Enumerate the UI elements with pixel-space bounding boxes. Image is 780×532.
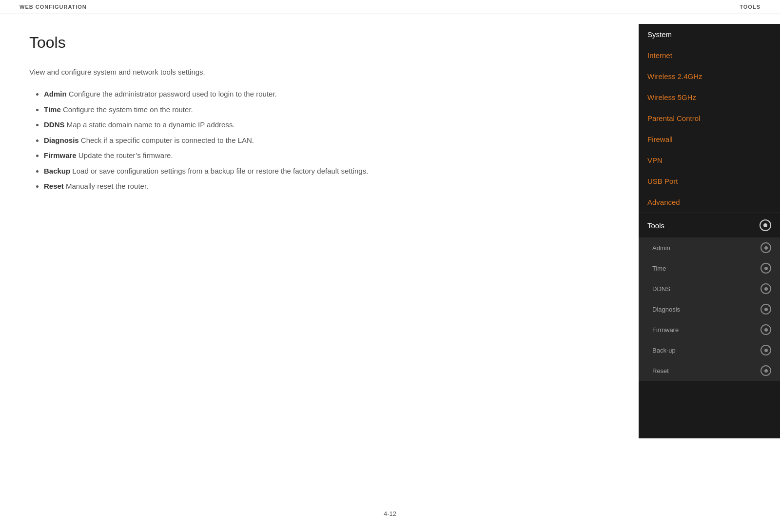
list-item-term: Reset [44, 182, 64, 190]
sidebar-subitem-reset[interactable]: Reset [639, 360, 780, 381]
sidebar-subitem-label: Time [652, 265, 666, 272]
sidebar-subitem-ddns[interactable]: DDNS [639, 278, 780, 299]
page-title: Tools [29, 34, 609, 52]
sidebar: SystemInternetWireless 2.4GHzWireless 5G… [639, 24, 780, 438]
sidebar-subitem-diagnosis[interactable]: Diagnosis [639, 299, 780, 319]
sidebar-item-label: System [647, 30, 672, 39]
list-item: Reset Manually reset the router. [44, 180, 609, 193]
sidebar-subitem-admin[interactable]: Admin [639, 237, 780, 258]
firmware-icon [760, 324, 771, 335]
sidebar-subitem-label: DDNS [652, 285, 670, 293]
reset-icon [760, 365, 771, 376]
sidebar-item-vpn[interactable]: VPN [639, 150, 780, 171]
sidebar-item-label: Internet [647, 51, 672, 59]
sidebar-item-internet[interactable]: Internet [639, 45, 780, 66]
sidebar-item-firewall[interactable]: Firewall [639, 129, 780, 150]
list-item: Admin Configure the administrator passwo… [44, 88, 609, 100]
sidebar-subitem-label: Firmware [652, 326, 679, 334]
sidebar-item-label: Wireless 2.4GHz [647, 72, 702, 80]
page-description: View and configure system and network to… [29, 66, 609, 78]
sidebar-subitem-label: Reset [652, 367, 669, 374]
sidebar-subitem-time[interactable]: Time [639, 258, 780, 278]
list-item-term: Admin [44, 90, 67, 98]
sidebar-item-advanced[interactable]: Advanced [639, 192, 780, 213]
header-right: Tools [740, 4, 760, 10]
sidebar-item-wireless-24[interactable]: Wireless 2.4GHz [639, 66, 780, 87]
sidebar-item-label: USB Port [647, 177, 678, 185]
sidebar-subitem-firmware[interactable]: Firmware [639, 319, 780, 340]
list-item: Backup Load or save configuration settin… [44, 165, 609, 177]
time-icon [760, 263, 771, 274]
list-item: Diagnosis Check if a specific computer i… [44, 134, 609, 147]
list-item-term: DDNS [44, 120, 65, 129]
backup-icon [760, 345, 771, 355]
page-footer: 4-12 [0, 510, 780, 517]
sidebar-item-label: Firewall [647, 135, 673, 143]
sidebar-item-parental-control[interactable]: Parental Control [639, 108, 780, 129]
list-item-term: Time [44, 105, 61, 114]
page-number: 4-12 [384, 510, 396, 517]
sidebar-subitem-label: Back-up [652, 347, 676, 354]
sidebar-item-label: VPN [647, 156, 663, 164]
sidebar-item-label: Advanced [647, 198, 680, 206]
main-content: Tools View and configure system and netw… [0, 14, 780, 438]
list-item-term: Backup [44, 167, 70, 175]
sidebar-item-system[interactable]: System [639, 24, 780, 45]
left-content: Tools View and configure system and netw… [0, 14, 639, 438]
sidebar-item-label: Tools [647, 221, 664, 230]
sidebar-item-label: Parental Control [647, 114, 700, 122]
diagnosis-icon [760, 304, 771, 315]
list-item: Firmware Update the router’s firmware. [44, 149, 609, 162]
tools-expand-icon[interactable] [760, 219, 771, 231]
sidebar-item-label: Wireless 5GHz [647, 93, 696, 101]
sidebar-subitem-label: Diagnosis [652, 306, 680, 313]
sidebar-item-usb-port[interactable]: USB Port [639, 171, 780, 192]
list-item-term: Firmware [44, 151, 77, 159]
sidebar-subitem-backup[interactable]: Back-up [639, 340, 780, 360]
header-left: Web Configuration [20, 4, 87, 10]
sidebar-item-tools[interactable]: Tools [639, 213, 780, 237]
list-item-term: Diagnosis [44, 136, 79, 144]
list-item: Time Configure the system time on the ro… [44, 103, 609, 116]
list-item: DDNS Map a static domain name to a dynam… [44, 118, 609, 131]
admin-icon [760, 242, 771, 253]
sidebar-subitem-label: Admin [652, 244, 670, 252]
bullet-list: Admin Configure the administrator passwo… [29, 88, 609, 193]
sidebar-item-wireless-5[interactable]: Wireless 5GHz [639, 87, 780, 108]
ddns-icon [760, 283, 771, 294]
page-header: Web Configuration Tools [0, 0, 780, 14]
